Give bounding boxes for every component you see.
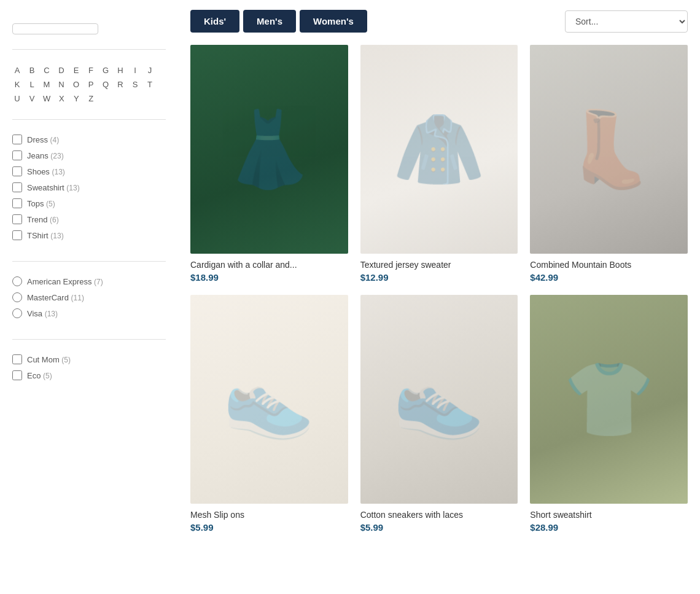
radio-label: American Express (7) (27, 277, 103, 286)
alpha-letter-s[interactable]: S (130, 79, 140, 90)
radio-mastercard[interactable] (12, 292, 22, 302)
date-filter-section (12, 21, 166, 50)
checkbox-jeans[interactable] (12, 150, 22, 160)
checkbox-trend[interactable] (12, 214, 22, 224)
checkbox-item-dress[interactable]: Dress (4) (12, 135, 166, 144)
alpha-letter-v[interactable]: V (27, 93, 37, 104)
product-figure-sweatshirt: 👕 (563, 356, 655, 443)
alpha-letter-k[interactable]: K (12, 79, 22, 90)
product-price-sneakers: $5.99 (360, 522, 518, 533)
indexer-checkbox-eco[interactable] (12, 370, 22, 380)
indexer-item-eco[interactable]: Eco (5) (12, 370, 166, 380)
checkbox-count: (13) (50, 232, 63, 240)
checkbox-label: Tops (5) (27, 199, 55, 208)
radio-item-mastercard[interactable]: MasterCard (11) (12, 292, 166, 302)
product-card-sweatshirt[interactable]: 👕 Short sweatshirt $28.99 (530, 295, 688, 533)
radio-item-american-express[interactable]: American Express (7) (12, 276, 166, 286)
alpha-letter-z[interactable]: Z (86, 93, 96, 104)
checkbox-item-trend[interactable]: Trend (6) (12, 214, 166, 224)
category-tab-womens[interactable]: Women's (300, 10, 367, 33)
product-figure-cardigan: 👗 (223, 106, 315, 193)
radio-label: Visa (13) (27, 309, 58, 318)
checkbox-item-jeans[interactable]: Jeans (23) (12, 150, 166, 160)
checkbox-item-sweatshirt[interactable]: Sweatshirt (13) (12, 182, 166, 192)
product-card-boots[interactable]: 👢 Combined Mountain Boots $42.99 (530, 45, 688, 283)
alpha-letter-r[interactable]: R (115, 79, 125, 90)
alpha-letter-f[interactable]: F (86, 64, 96, 76)
category-tab-mens[interactable]: Men's (243, 10, 296, 33)
product-card-slipons[interactable]: 👟 Mesh Slip ons $5.99 (190, 295, 348, 533)
product-grid: 👗 Cardigan with a collar and... $18.99 🧥… (190, 45, 688, 533)
alpha-letter-w[interactable]: W (42, 93, 52, 104)
product-name-sneakers: Cotton sneakers with laces (360, 510, 518, 520)
product-image-sneakers: 👟 (360, 295, 518, 504)
product-figure-sweater: 🧥 (393, 106, 485, 193)
product-card-cardigan[interactable]: 👗 Cardigan with a collar and... $18.99 (190, 45, 348, 283)
radio-count: (13) (45, 310, 58, 318)
indexer-count: (5) (43, 372, 52, 380)
alpha-letter-g[interactable]: G (101, 64, 111, 76)
indexer-label: Cut Mom (5) (27, 355, 71, 364)
checkbox-label: Trend (6) (27, 215, 59, 224)
checkbox-label: Shoes (13) (27, 167, 65, 176)
alpha-letter-x[interactable]: X (56, 93, 66, 104)
checkbox-item-tshirt[interactable]: TShirt (13) (12, 230, 166, 240)
sidebar: ABCDEFGHIJKLMNOPQRSTUVWXYZ Dress (4) Jea… (0, 0, 178, 594)
alpha-letter-m[interactable]: M (42, 79, 52, 90)
radio-item-visa[interactable]: Visa (13) (12, 308, 166, 318)
alpha-letter-u[interactable]: U (12, 93, 22, 104)
alpha-letter-q[interactable]: Q (101, 79, 111, 90)
checkbox-count: (5) (46, 200, 55, 208)
indexer-checkbox-cut-mom[interactable] (12, 354, 22, 364)
alpha-letter-o[interactable]: O (71, 79, 81, 90)
category-tabs: Kids'Men'sWomen's (190, 10, 367, 33)
indexer-count: (5) (61, 356, 71, 364)
checkbox-sweatshirt[interactable] (12, 182, 22, 192)
radio-container: American Express (7) MasterCard (11) Vis… (12, 276, 166, 318)
alpha-letter-j[interactable]: J (145, 64, 155, 76)
alpha-letter-p[interactable]: P (86, 79, 96, 90)
alpha-letter-l[interactable]: L (27, 79, 37, 90)
product-card-sneakers[interactable]: 👟 Cotton sneakers with laces $5.99 (360, 295, 518, 533)
alpha-letter-i[interactable]: I (130, 64, 140, 76)
checkbox-tshirt[interactable] (12, 230, 22, 240)
category-tab-kids[interactable]: Kids' (190, 10, 239, 33)
checkbox-shoes[interactable] (12, 166, 22, 176)
product-image-sweatshirt: 👕 (530, 295, 688, 504)
checkbox-count: (23) (50, 152, 63, 160)
checkboxes-filter-section: Dress (4) Jeans (23) Shoes (13) Sweatshi… (12, 135, 166, 262)
indexer-section: Cut Mom (5) Eco (5) (12, 354, 166, 401)
checkbox-count: (4) (50, 136, 60, 144)
checkbox-tops[interactable] (12, 198, 22, 208)
product-price-slipons: $5.99 (190, 522, 348, 533)
sort-select[interactable]: Sort...Price: Low to HighPrice: High to … (565, 10, 688, 33)
alpha-letter-d[interactable]: D (56, 64, 66, 76)
checkboxes-container: Dress (4) Jeans (23) Shoes (13) Sweatshi… (12, 135, 166, 240)
indexer-container: Cut Mom (5) Eco (5) (12, 354, 166, 380)
checkbox-dress[interactable] (12, 135, 22, 144)
alpha-letter-h[interactable]: H (115, 64, 125, 76)
alpha-letter-n[interactable]: N (56, 79, 66, 90)
alpha-letter-b[interactable]: B (27, 64, 37, 76)
radio-visa[interactable] (12, 308, 22, 318)
checkbox-label: Sweatshirt (13) (27, 183, 80, 192)
alpha-letter-c[interactable]: C (42, 64, 52, 76)
checkbox-item-shoes[interactable]: Shoes (13) (12, 166, 166, 176)
main-content: Kids'Men'sWomen's Sort...Price: Low to H… (178, 0, 700, 594)
alpha-letter-e[interactable]: E (71, 64, 81, 76)
alpha-letter-a[interactable]: A (12, 64, 22, 76)
checkbox-count: (13) (52, 168, 64, 176)
checkbox-item-tops[interactable]: Tops (5) (12, 198, 166, 208)
product-image-cardigan: 👗 (190, 45, 348, 254)
alpha-letter-t[interactable]: T (145, 79, 155, 90)
product-card-sweater[interactable]: 🧥 Textured jersey sweater $12.99 (360, 45, 518, 283)
radio-american-express[interactable] (12, 276, 22, 286)
product-name-sweater: Textured jersey sweater (360, 260, 518, 270)
alpha-letter-y[interactable]: Y (71, 93, 81, 104)
date-dropdown-button[interactable] (12, 23, 98, 34)
indexer-item-cut-mom[interactable]: Cut Mom (5) (12, 354, 166, 364)
checkbox-label: TShirt (13) (27, 231, 64, 240)
radio-count: (11) (71, 294, 84, 302)
product-price-boots: $42.99 (530, 272, 688, 283)
alphabet-grid: ABCDEFGHIJKLMNOPQRSTUVWXYZ (12, 64, 166, 104)
